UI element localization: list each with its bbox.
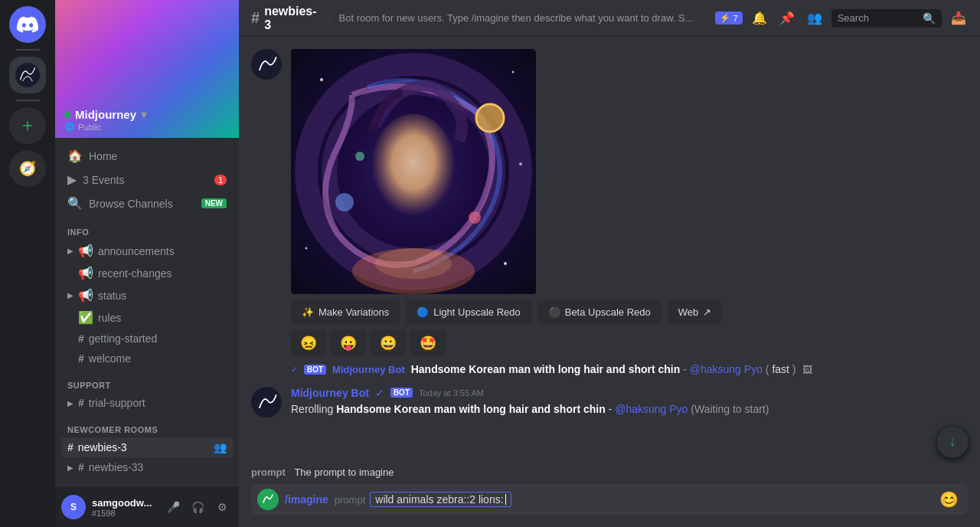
members-button[interactable]: 👥 [804,8,825,28]
external-link-icon: ↗ [703,306,711,318]
search-box: 🔍 [831,9,942,28]
bot-tag-2: BOT [390,388,413,398]
svg-point-1 [253,51,280,78]
sidebar-item-home[interactable]: 🏠 Home [61,144,233,168]
reaction-3[interactable]: 😀 [371,330,406,356]
channel-trial-support[interactable]: ▶ # trial-support [61,393,233,413]
beta-upscale-redo-button[interactable]: ⚫ Beta Upscale Redo [537,300,662,324]
input-area: prompt The prompt to imagine /imagine pr… [239,463,980,527]
input-box: /imagine prompt wild animals zebra::2 li… [251,484,968,515]
explore-button[interactable]: 🧭 [9,150,46,187]
command-input-area[interactable]: prompt wild animals zebra::2 lions: [335,484,930,515]
hash-icon-nb33: # [78,461,84,473]
sidebar-item-browse[interactable]: 🔍 Browse Channels NEW [61,191,233,215]
beta-upscale-icon: ⚫ [548,306,560,318]
midjourney-server-icon[interactable] [9,57,46,93]
boost-icon: ⚡ [720,13,730,23]
globe-icon: 🌐 [64,122,75,132]
scroll-down-icon: ↓ [937,427,968,457]
header-actions: ⚡ 7 🔔 📌 👥 🔍 📥 ❓ [715,8,980,28]
make-variations-button[interactable]: ✨ Make Variations [291,300,400,324]
inbox-button[interactable]: 📥 [948,8,969,28]
svg-point-10 [355,152,364,161]
server-divider-2 [15,100,40,101]
variations-icon: ✨ [302,306,314,318]
search-input[interactable] [838,12,918,24]
online-indicator [64,112,70,118]
channel-status[interactable]: ▶ 📢 status [61,284,233,306]
generated-image [291,49,536,294]
message-2-time: Today at 3:55 AM [419,388,484,398]
help-button[interactable]: ❓ [975,8,980,28]
expand-icon: ▶ [67,247,74,255]
announcements-icon: 📢 [78,244,93,258]
user-avatar: S [61,495,86,519]
inline-user: @haksung Pyo [690,363,763,375]
server-bar: + 🧭 [0,0,55,527]
reaction-4[interactable]: 🤩 [410,330,446,356]
message-1: ✨ Make Variations 🔵 Light Upscale Redo ⚫… [251,49,968,356]
svg-point-5 [371,114,456,221]
command-value-box[interactable]: wild animals zebra::2 lions: [370,492,511,507]
settings-button[interactable]: ⚙ [211,496,233,518]
scroll-to-bottom-button[interactable]: ↓ [937,427,968,457]
emoji-reactions: 😖 😛 😀 🤩 [291,330,968,356]
channel-header: # newbies-3 Bot room for new users. Type… [239,0,980,37]
channel-announcements[interactable]: ▶ 📢 announcements [61,240,233,262]
home-icon: 🏠 [67,149,83,163]
server-public-tag: 🌐 Public [64,122,147,132]
discord-home-button[interactable] [9,6,46,43]
message-2-content: Midjourney Bot ✓ BOT Today at 3:55 AM Re… [291,387,968,417]
svg-point-9 [469,211,481,224]
verified-check-icon: ✓ [291,365,298,375]
add-server-button[interactable]: + [9,107,46,144]
light-upscale-redo-button[interactable]: 🔵 Light Upscale Redo [406,300,531,324]
user-actions: 🎤 🎧 ⚙ [162,496,233,518]
server-dropdown-icon[interactable]: ▾ [141,107,147,122]
channel-getting-started[interactable]: # getting-started [61,329,233,349]
hash-icon-nb3: # [67,441,74,453]
browse-new-badge: NEW [201,198,227,208]
notification-bell-button[interactable]: 🔔 [749,8,770,28]
svg-point-15 [504,262,507,265]
message-2: Midjourney Bot ✓ BOT Today at 3:55 AM Re… [251,387,968,417]
emoji-picker-button[interactable]: 😊 [936,487,962,512]
reaction-1[interactable]: 😖 [291,330,326,356]
section-info: INFO [61,215,233,240]
channel-welcome[interactable]: # welcome [61,349,233,368]
message-2-author: Midjourney Bot [291,387,369,399]
svg-point-18 [253,388,280,416]
inline-speed: fast [772,363,789,375]
server-header: Midjourney ▾ 🌐 Public [55,0,239,138]
web-button[interactable]: Web ↗ [668,300,723,324]
pin-button[interactable]: 📌 [776,8,798,28]
svg-point-0 [15,63,40,87]
mute-button[interactable]: 🎤 [162,496,184,518]
search-icon: 🔍 [923,12,936,25]
sidebar-nav: 🏠 Home ▶ 3 Events 1 🔍 Browse Channels NE… [55,138,239,487]
add-member-icon[interactable]: 👥 [214,441,227,453]
reaction-2[interactable]: 😛 [331,330,366,356]
image-icon[interactable]: 🖼 [802,364,812,375]
channel-rules[interactable]: ✅ rules [61,306,233,329]
main-area: # newbies-3 Bot room for new users. Type… [239,0,980,527]
channel-recent-changes[interactable]: 📢 recent-changes [61,262,233,284]
channel-newbies-33[interactable]: ▶ # newbies-33 [61,457,233,477]
prompt-hint: prompt The prompt to imagine [251,463,968,481]
sidebar-item-events[interactable]: ▶ 3 Events 1 [61,168,233,191]
expand-icon-status: ▶ [67,291,74,300]
hash-icon-gs: # [78,332,84,345]
bot-avatar-1 [251,49,282,80]
channel-newbies-3[interactable]: # newbies-3 👥 [61,437,233,457]
message-1-content: ✨ Make Variations 🔵 Light Upscale Redo ⚫… [291,49,968,356]
svg-point-13 [519,162,522,165]
message-2-header: Midjourney Bot ✓ BOT Today at 3:55 AM [291,387,968,399]
status-icon: 📢 [78,288,93,303]
slash-command-label: /imagine [285,493,328,506]
recent-changes-icon: 📢 [78,266,93,280]
deafen-button[interactable]: 🎧 [187,496,208,518]
image-placeholder [291,49,536,294]
hash-icon-ts: # [78,397,84,409]
input-avatar [257,489,279,510]
user-name: samgoodw... [92,497,156,509]
